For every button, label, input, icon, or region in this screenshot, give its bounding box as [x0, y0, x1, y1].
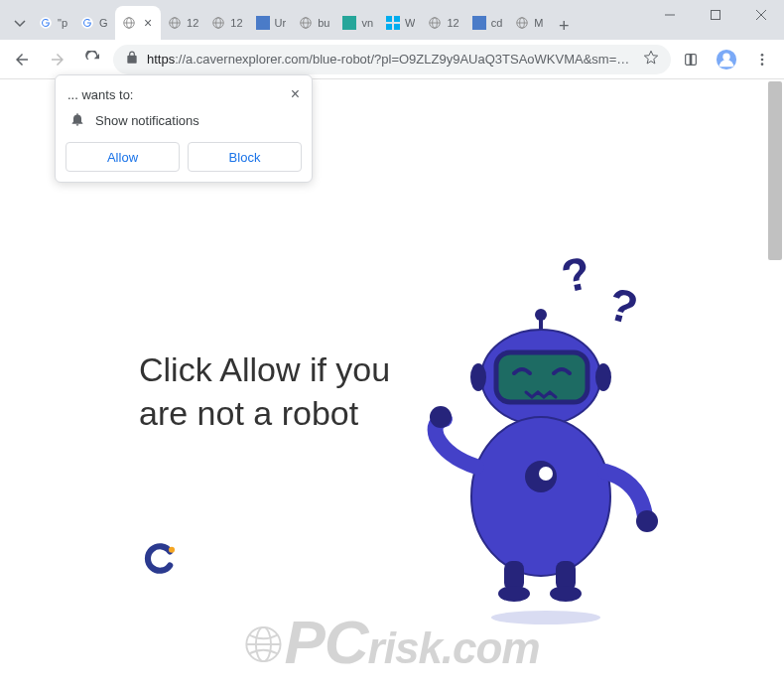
- site-icon: [341, 15, 357, 31]
- block-button[interactable]: Block: [188, 142, 302, 172]
- close-icon[interactable]: ×: [291, 85, 300, 103]
- svg-rect-23: [472, 16, 486, 30]
- tab-10[interactable]: cd: [465, 6, 509, 40]
- browser-toolbar: https://a.cavernexplorer.com/blue-robot/…: [0, 40, 784, 79]
- svg-rect-17: [394, 16, 400, 22]
- tab-5[interactable]: Ur: [249, 6, 293, 40]
- tab-label: W: [405, 17, 415, 29]
- svg-rect-15: [342, 16, 356, 30]
- svg-point-36: [761, 58, 764, 61]
- globe-icon: [121, 15, 137, 31]
- new-tab-button[interactable]: +: [550, 12, 578, 40]
- svg-rect-28: [712, 11, 720, 20]
- svg-point-48: [595, 363, 611, 391]
- back-button[interactable]: [6, 44, 38, 75]
- browser-titlebar: "p G × 12 12 Ur bu vn W 12 cd M: [0, 0, 784, 40]
- svg-point-57: [498, 586, 530, 602]
- extensions-button[interactable]: [675, 44, 707, 75]
- robot-illustration: ? ?: [397, 248, 675, 625]
- svg-rect-32: [690, 54, 693, 65]
- svg-point-38: [169, 547, 175, 553]
- svg-point-54: [636, 510, 658, 532]
- globe-icon: [298, 15, 314, 31]
- scrollbar-thumb[interactable]: [768, 81, 782, 260]
- address-bar[interactable]: https://a.cavernexplorer.com/blue-robot/…: [113, 45, 671, 74]
- url-text: https://a.cavernexplorer.com/blue-robot/…: [147, 52, 635, 67]
- windows-icon: [385, 15, 401, 31]
- close-icon[interactable]: ×: [141, 16, 155, 30]
- svg-text:?: ?: [557, 248, 594, 303]
- bell-icon: [69, 111, 85, 130]
- tab-label: vn: [361, 17, 373, 29]
- tab-9[interactable]: 12: [421, 6, 464, 40]
- svg-rect-11: [256, 16, 270, 30]
- tab-8[interactable]: W: [379, 6, 421, 40]
- tab-2-active[interactable]: ×: [115, 6, 161, 40]
- reload-button[interactable]: [77, 44, 109, 75]
- svg-point-58: [550, 586, 582, 602]
- tab-label: G: [99, 17, 108, 29]
- svg-point-47: [470, 363, 486, 391]
- site-icon: [255, 15, 271, 31]
- profile-button[interactable]: [711, 44, 742, 75]
- globe-icon: [167, 15, 183, 31]
- tab-1[interactable]: G: [73, 6, 115, 40]
- pcrisk-watermark: PCrisk.com: [244, 607, 539, 677]
- google-icon: [38, 15, 54, 31]
- c-logo-icon: [144, 541, 184, 581]
- tab-4[interactable]: 12: [204, 6, 248, 40]
- svg-point-34: [722, 53, 729, 60]
- tab-search-icon[interactable]: [8, 8, 32, 40]
- tab-6[interactable]: bu: [292, 6, 335, 40]
- tab-label: Ur: [275, 17, 287, 29]
- tab-label: "p: [58, 17, 67, 29]
- headline-text: Click Allow if you are not a robot: [139, 347, 397, 435]
- svg-point-37: [761, 63, 764, 66]
- globe-icon: [427, 15, 443, 31]
- tab-label: 12: [230, 17, 242, 29]
- menu-button[interactable]: [746, 44, 778, 75]
- svg-rect-19: [394, 24, 400, 30]
- svg-point-42: [535, 309, 547, 321]
- allow-button[interactable]: Allow: [65, 142, 180, 172]
- svg-point-52: [539, 467, 553, 481]
- site-icon: [471, 15, 487, 31]
- minimize-button[interactable]: [647, 0, 693, 30]
- close-window-button[interactable]: [738, 0, 784, 30]
- window-controls: [647, 0, 784, 40]
- tab-3[interactable]: 12: [161, 6, 204, 40]
- watermark-pc: PC: [284, 607, 367, 677]
- tab-11[interactable]: M: [508, 6, 550, 40]
- tab-label: cd: [491, 17, 503, 29]
- globe-icon: [244, 625, 282, 663]
- tab-label: bu: [318, 17, 329, 29]
- svg-rect-16: [386, 16, 392, 22]
- bookmark-star-icon[interactable]: [643, 50, 659, 69]
- tab-label: 12: [447, 17, 458, 29]
- maximize-button[interactable]: [693, 0, 738, 30]
- watermark-rest: risk.com: [368, 624, 540, 673]
- google-icon: [79, 15, 95, 31]
- globe-icon: [514, 15, 530, 31]
- tab-7[interactable]: vn: [335, 6, 379, 40]
- lock-icon: [125, 51, 139, 68]
- notification-title: ... wants to:: [67, 87, 133, 102]
- globe-icon: [210, 15, 226, 31]
- svg-text:?: ?: [602, 277, 643, 335]
- svg-rect-18: [386, 24, 392, 30]
- notification-permission-prompt: ... wants to: × Show notifications Allow…: [55, 74, 313, 183]
- notification-body: Show notifications: [95, 113, 199, 128]
- forward-button[interactable]: [42, 44, 73, 75]
- tab-label: M: [534, 17, 543, 29]
- tab-0[interactable]: "p: [32, 6, 73, 40]
- svg-point-53: [430, 406, 452, 428]
- tab-label: 12: [187, 17, 198, 29]
- svg-point-35: [761, 54, 764, 57]
